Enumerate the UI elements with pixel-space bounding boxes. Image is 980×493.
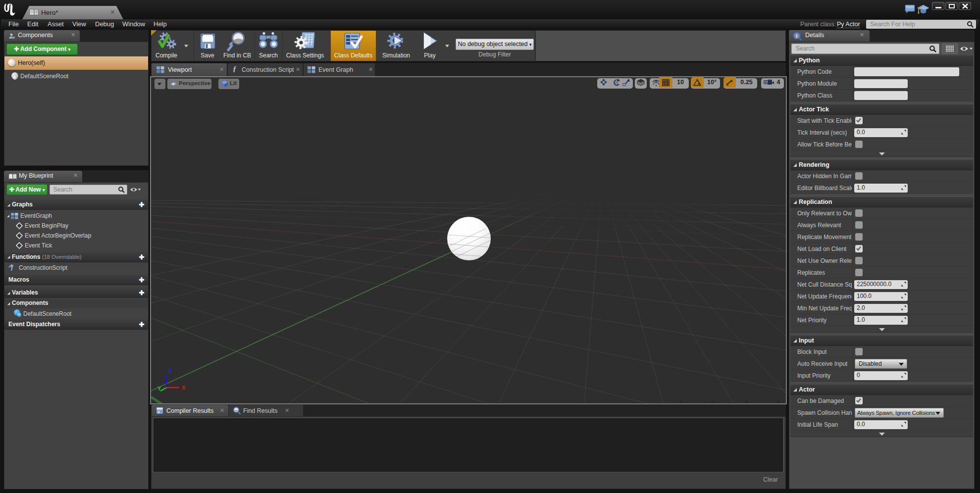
svg-text:Y: Y <box>157 386 161 392</box>
svg-text:X: X <box>182 385 186 391</box>
svg-text:Z: Z <box>168 368 172 374</box>
svg-text:i: i <box>796 33 798 39</box>
